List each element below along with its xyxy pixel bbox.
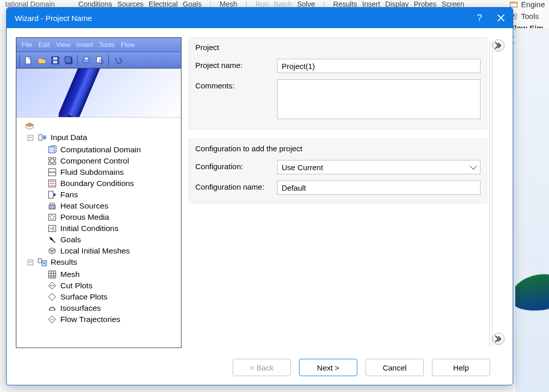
expand-panel-bottom-chevron-icon[interactable]	[492, 333, 505, 345]
label-project-name: Project name:	[195, 59, 271, 70]
svg-rect-11	[84, 57, 88, 60]
tree-surface-plots[interactable]: Surface Plots	[45, 291, 179, 303]
wizard-form-panel: Project Project name: Comments: Configur…	[189, 37, 504, 351]
svg-rect-31	[38, 259, 41, 263]
project-box-icon	[25, 122, 35, 131]
wizard-footer: < Back Next > Cancel Help	[7, 355, 513, 385]
svg-rect-1	[510, 2, 517, 4]
collapse-icon[interactable]: −	[28, 135, 33, 141]
svg-rect-4	[26, 57, 31, 64]
svg-rect-15	[49, 147, 55, 153]
tree-input-data[interactable]: − Input Data	[28, 132, 179, 143]
project-name-input[interactable]	[277, 59, 481, 73]
svg-rect-32	[42, 260, 47, 266]
panel-splitter-track[interactable]	[489, 41, 492, 347]
domain-box-icon	[47, 145, 57, 154]
svg-point-29	[53, 218, 54, 219]
next-button[interactable]: Next >	[299, 359, 357, 376]
tree-computational-domain[interactable]: Computational Domain	[45, 144, 179, 155]
group-configuration: Configuration to add the project Configu…	[189, 139, 487, 203]
svg-rect-19	[53, 162, 56, 165]
boundary-conditions-icon	[47, 179, 57, 188]
tree-component-control[interactable]: Component Control	[45, 155, 179, 167]
tree-local-initial-meshes[interactable]: Local Initial Meshes	[45, 245, 179, 257]
configuration-select-value: Use Current	[282, 163, 323, 172]
tree-fans[interactable]: Fans	[45, 189, 179, 200]
tree-isosurfaces[interactable]: Isosurfaces	[45, 303, 179, 314]
svg-rect-22	[49, 191, 53, 198]
heat-sources-icon	[47, 201, 57, 211]
save-disk-icon	[51, 56, 60, 65]
fluid-subdomain-icon	[47, 168, 57, 177]
svg-point-28	[50, 218, 51, 219]
host-3d-viewport-sliver	[515, 28, 549, 392]
svg-rect-6	[53, 57, 57, 60]
svg-rect-23	[49, 205, 55, 209]
undo-icon	[113, 56, 122, 65]
label-configuration: Configuration:	[195, 160, 271, 171]
print-preview-icon	[95, 56, 104, 65]
tree-results[interactable]: − Results	[28, 257, 179, 268]
tree-root-project[interactable]	[25, 121, 179, 132]
isosurfaces-icon	[47, 304, 57, 313]
open-folder-icon	[37, 56, 47, 65]
cut-plots-icon	[47, 281, 57, 290]
illustration-menubar: File Edit View Insert Tools Flow	[16, 38, 181, 52]
expand-panel-top-chevron-icon[interactable]	[492, 39, 505, 52]
component-control-icon	[47, 156, 57, 166]
tree-porous-media[interactable]: Porous Media	[45, 212, 179, 223]
tree-boundary-conditions[interactable]: Boundary Conditions	[45, 178, 179, 189]
dialog-titlebar: Wizard - Project Name ?	[7, 8, 513, 28]
chevron-down-icon	[470, 163, 477, 170]
back-button: < Back	[233, 359, 291, 376]
collapse-icon[interactable]: −	[28, 260, 33, 265]
group-legend-project: Project	[195, 43, 481, 52]
tree-cut-plots[interactable]: Cut Plots	[45, 280, 179, 291]
svg-point-25	[50, 216, 51, 217]
titlebar-close-icon[interactable]	[496, 14, 505, 22]
flow-trajectories-icon	[47, 315, 57, 324]
svg-rect-24	[49, 214, 56, 220]
wizard-illustration-tree-panel: File Edit View Insert Tools Flow	[16, 37, 181, 348]
initial-conditions-icon	[47, 224, 57, 233]
porous-media-icon	[47, 213, 57, 222]
configuration-select[interactable]: Use Current	[277, 160, 481, 174]
svg-point-26	[52, 215, 53, 216]
svg-rect-17	[53, 157, 56, 160]
label-comments: Comments:	[195, 79, 271, 90]
local-mesh-icon	[47, 246, 57, 256]
tree-heat-sources[interactable]: Heat Sources	[45, 200, 179, 212]
new-file-icon	[24, 56, 33, 65]
illustration-toolbar	[16, 52, 181, 68]
feature-tree: − Input Data Computational Domain C	[16, 68, 181, 328]
group-project: Project Project name: Comments:	[189, 37, 487, 129]
tree-flow-trajectories[interactable]: Flow Trajectories	[45, 314, 179, 325]
tree-mesh[interactable]: Mesh	[45, 269, 179, 280]
comments-textarea[interactable]	[277, 79, 481, 119]
group-legend-configuration: Configuration to add the project	[195, 144, 481, 153]
goals-target-icon	[47, 235, 57, 244]
configuration-name-input[interactable]	[277, 180, 481, 195]
label-configuration-name: Configuration name:	[195, 180, 271, 191]
svg-rect-9	[65, 57, 71, 63]
svg-rect-16	[49, 157, 51, 160]
cancel-button[interactable]: Cancel	[365, 359, 424, 376]
svg-point-27	[54, 216, 55, 217]
print-icon	[82, 56, 91, 65]
input-data-icon	[37, 133, 48, 142]
fans-icon	[47, 190, 57, 199]
help-button[interactable]: Help	[432, 359, 490, 376]
mesh-grid-icon	[47, 270, 57, 279]
results-icon	[37, 258, 48, 267]
tree-goals[interactable]: Goals	[45, 234, 179, 245]
svg-rect-14	[39, 135, 42, 141]
save-all-icon	[64, 56, 73, 65]
titlebar-help-icon[interactable]: ?	[477, 13, 482, 24]
dialog-title: Wizard - Project Name	[15, 14, 92, 22]
surface-plots-icon	[47, 292, 57, 302]
tree-fluid-subdomains[interactable]: Fluid Subdomains	[45, 167, 179, 178]
tree-initial-conditions[interactable]: Initial Conditions	[45, 223, 179, 234]
svg-rect-7	[53, 61, 57, 63]
wizard-dialog: Wizard - Project Name ? File Edit View I…	[6, 7, 513, 385]
svg-rect-18	[49, 162, 51, 165]
